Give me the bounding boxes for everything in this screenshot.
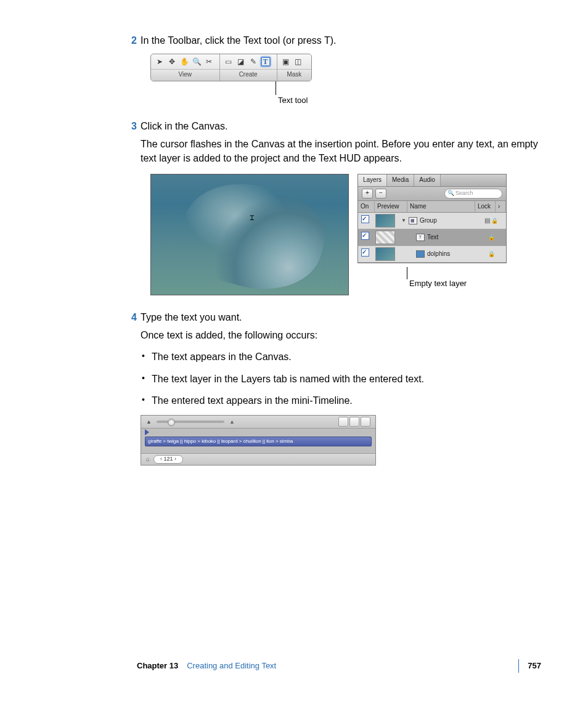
search-placeholder: Search (455, 189, 473, 197)
arrow-icon: ➤ (155, 57, 165, 67)
shape-icon: ◪ (236, 57, 246, 67)
mask-shape-icon: ◫ (293, 57, 303, 67)
scissors-icon: ✂ (204, 57, 214, 67)
timeline-btn-1 (338, 417, 348, 427)
tab-media: Media (387, 174, 414, 186)
footer-chapter: Chapter 13 (137, 660, 178, 672)
bullet-2: The text layer in the Layers tab is name… (141, 372, 541, 386)
layer-row-text: T Text 🔒 (358, 229, 506, 246)
col-name: Name (407, 201, 475, 213)
insertion-cursor-icon: ⌶ (250, 213, 254, 223)
mask-rect-icon: ▣ (281, 57, 291, 67)
group-icon: ▦ (409, 217, 417, 224)
pen-icon: ✎ (248, 57, 258, 67)
tab-layers: Layers (358, 174, 387, 186)
empty-text-layer-callout: Empty text layer (409, 278, 507, 290)
timeline-end-icon: ▲ (229, 418, 235, 426)
callout-line (407, 267, 507, 279)
frame-counter: ‹ 121 › (153, 455, 183, 464)
row-dolphins-label: dolphins (427, 250, 450, 259)
mini-timeline-figure: ▲ ▲ giraffe > twiga || hippo > kiboko ||… (141, 415, 376, 466)
thumb-dolphins (375, 247, 395, 261)
search-icon: 🔍 (447, 189, 454, 197)
home-icon: ⌂ (146, 455, 150, 464)
playhead-icon (145, 429, 149, 435)
step-4-text: Type the text you want. (141, 310, 541, 324)
step-3-num: 3 (126, 119, 141, 166)
layer-row-group: ▼ ▦ Group ▤ 🔒 (358, 213, 506, 229)
lock-icon: 🔒 (488, 234, 495, 240)
row-group-label: Group (420, 216, 437, 226)
col-on: On (358, 201, 375, 213)
image-layer-icon (416, 250, 425, 258)
step-2-text: In the Toolbar, click the Text tool (or … (141, 33, 541, 47)
col-lock: Lock (475, 201, 496, 213)
toolbar-group-create: Create (220, 69, 277, 81)
step-4: 4 Type the text you want. Once text is a… (137, 310, 541, 466)
checkbox-icon (361, 215, 369, 223)
callout-line (276, 81, 541, 95)
page-footer: Chapter 13 Creating and Editing Text 757 (137, 659, 541, 673)
step-2-num: 2 (126, 33, 141, 47)
step-3-para: The cursor flashes in the Canvas at the … (141, 137, 541, 165)
rect-icon: ▭ (224, 57, 234, 67)
step-4-num: 4 (126, 310, 141, 466)
select-icon: ✥ (167, 57, 177, 67)
col-preview: Preview (375, 201, 407, 213)
layer-row-dolphins: dolphins 🔒 (358, 246, 506, 263)
text-tool-callout: Text tool (278, 95, 541, 107)
lock-icon: 🔒 (491, 218, 498, 224)
step-4-para: Once text is added, the following occurs… (141, 328, 541, 342)
dolphin-shape (171, 169, 335, 304)
timeline-btn-3 (361, 417, 370, 427)
checkbox-icon (361, 248, 369, 257)
step-3: 3 Click in the Canvas. The cursor flashe… (137, 119, 541, 166)
col-arrow: › (496, 201, 506, 213)
lock-icon: 🔒 (488, 251, 495, 257)
frame-value: 121 (164, 456, 173, 462)
toolbar-group-view: View (151, 69, 219, 81)
footer-title: Creating and Editing Text (187, 660, 276, 672)
search-input: 🔍 Search (444, 189, 502, 199)
timeline-marker-icon: ▲ (146, 418, 152, 426)
timeline-bar: giraffe > twiga || hippo > kiboko || leo… (145, 437, 372, 446)
row-text-label: Text (427, 233, 438, 242)
plus-icon: + (362, 189, 373, 199)
disclosure-icon: ▼ (401, 217, 406, 224)
layers-panel: Layers Media Audio + − 🔍 Search On Previ… (357, 174, 507, 263)
zoom-icon: 🔍 (192, 57, 202, 67)
timeline-btn-2 (349, 417, 359, 427)
toolbar-figure: ➤ ✥ ✋ 🔍 ✂ View ▭ ◪ ✎ T Create (150, 54, 312, 81)
bullet-3: The entered text appears in the mini-Tim… (141, 393, 541, 408)
text-tool-icon: T (261, 57, 271, 67)
bullet-1: The text appears in the Canvas. (141, 350, 541, 364)
step-3-text: Click in the Canvas. (141, 119, 541, 133)
toolbar-group-mask: Mask (277, 69, 311, 81)
timeline-slider (157, 421, 224, 423)
hand-icon: ✋ (179, 57, 189, 67)
thumb-text (375, 231, 395, 244)
footer-page: 757 (528, 660, 541, 672)
thumb-group (375, 214, 395, 228)
text-layer-icon: T (416, 234, 425, 241)
checkbox-icon (361, 232, 369, 240)
stack-icon: ▤ (484, 217, 490, 224)
canvas-figure: ⌶ (150, 174, 349, 295)
minus-icon: − (375, 189, 386, 199)
tab-audio: Audio (414, 174, 441, 186)
step-2: 2 In the Toolbar, click the Text tool (o… (137, 33, 541, 47)
footer-divider (518, 659, 519, 673)
